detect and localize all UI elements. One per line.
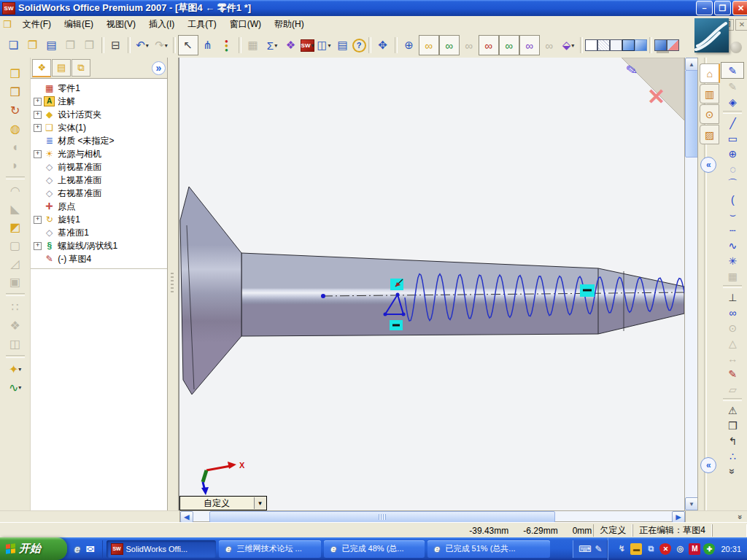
vertical-scrollbar[interactable]: ▲ ▼ [684,58,698,510]
configurationmanager-tab[interactable]: ⧉ [71,59,90,77]
jog-line-icon[interactable]: ↰ [721,433,743,448]
view-iso-icon[interactable]: ∞ [540,36,559,55]
task-download-48[interactable]: e 已完成 48% (总... [324,540,425,558]
restore-button[interactable]: ❐ [714,1,731,15]
tree-item-design-binder[interactable]: + ◆ 设计活页夹 [32,108,166,121]
open-document-icon[interactable]: ❐ [23,36,42,55]
menu-view[interactable]: 视图(V) [100,16,142,33]
pen-input-icon[interactable]: ✎ [595,544,602,554]
keyboard-icon[interactable]: ⌨ [578,544,591,554]
expander-icon[interactable]: + [34,150,42,158]
fillet-icon[interactable]: ◠ [4,182,26,200]
shell-icon[interactable]: ▢ [4,236,26,254]
automatic-relations-icon[interactable]: ⊙ [721,320,743,335]
zoom-to-fit-icon[interactable]: ⊕ [400,36,419,55]
horizontal-scroll-thumb[interactable] [209,511,555,523]
tree-item-right-plane[interactable]: ◇ 右视基准面 [32,187,166,200]
display-shaded-with-edges-icon[interactable] [622,39,635,51]
start-button[interactable]: 开始 [0,537,67,560]
combo-dropdown-icon[interactable]: ▾ [254,497,266,509]
tray-security-icon[interactable]: ✚ [703,543,715,555]
revolved-cut-icon[interactable]: ◍ [4,120,26,138]
shadows-in-shaded-icon[interactable] [654,39,667,51]
close-button[interactable]: ✕ [732,1,747,15]
collapse-pane-icon[interactable]: « [700,457,716,473]
collapse-pane-icon[interactable]: « [700,157,716,173]
solid-box-icon[interactable]: ❒ [721,418,743,433]
three-point-arc-icon[interactable]: ⌣ [721,207,743,222]
redo-icon[interactable]: ↷▾ [152,36,171,55]
tray-antivirus-icon[interactable]: ✕ [659,543,671,555]
sketch-icon[interactable]: ✎ [721,62,744,79]
swept-boss-icon[interactable]: ◖ [4,138,26,156]
minimize-button[interactable]: – [696,1,713,15]
tree-item-part1[interactable]: ▦ 零件1 [32,82,166,95]
extruded-boss-icon[interactable]: ❒ [4,65,26,83]
expander-icon[interactable]: + [34,216,42,224]
horizontal-scrollbar[interactable]: ◀ ▶ [179,510,686,522]
tree-item-solid-bodies[interactable]: + ❑ 实体(1) [32,121,166,134]
scroll-up-icon[interactable]: ▲ [685,58,699,71]
circle-icon[interactable]: ⊕ [721,146,743,161]
propertymanager-tab[interactable]: ▤ [52,59,71,77]
sketch-endpoint[interactable] [321,294,325,298]
toolbar-overflow-icon[interactable]: » [725,461,740,483]
view-orientation-icon[interactable]: ⬙▾ [559,36,578,55]
sketch-angle-icon[interactable]: △ [721,335,743,351]
lofted-boss-icon[interactable]: ◗ [4,156,26,174]
hole-wizard-icon[interactable]: ▣ [4,273,26,291]
section-view-icon[interactable] [667,39,679,51]
make-drawing-icon[interactable]: ❒ [61,36,80,55]
new-document-icon[interactable]: ❏ [4,36,23,55]
cancel-sketch-icon[interactable]: ✕ [647,85,665,109]
scroll-left-icon[interactable]: ◀ [180,511,193,523]
chamfer-icon[interactable]: ◣ [4,200,26,218]
tree-item-annotations[interactable]: + A 注解 [32,95,166,108]
modify-sketch-icon[interactable]: ✎ [721,366,743,381]
design-library-tab[interactable]: ▥ [700,84,719,104]
undo-icon[interactable]: ↶▾ [133,36,152,55]
menu-help[interactable]: 帮助(H) [268,16,311,33]
tray-network-icon[interactable]: ⧉ [645,543,657,555]
tree-item-origin[interactable]: ✛ 原点 [32,200,166,213]
point-icon[interactable]: ✳ [721,253,743,268]
tree-item-front-plane[interactable]: ◇ 前视基准面 [32,160,166,174]
task-solidworks[interactable]: SW SolidWorks Offi... [107,540,216,558]
curves-icon[interactable]: ∿▾ [4,378,26,397]
reference-geometry-icon[interactable]: ✦▾ [4,360,26,378]
display-relations-icon[interactable]: ∞ [721,305,743,320]
child-close-button[interactable]: ✕ [735,19,747,31]
measure-icon[interactable]: Σ▾ [263,36,282,55]
rebuild-traffic-light-icon[interactable]: ● [217,31,236,50]
graphics-viewport[interactable]: ✎ ✕ X Z 自定义 ▾ [179,58,684,510]
sketch-vertex[interactable] [383,313,387,316]
properties-icon[interactable]: ▤ [333,36,352,55]
tree-item-plane1[interactable]: ◇ 基准面1 [32,226,166,239]
sketch-dimension-icon[interactable]: ↔ [721,351,743,366]
perimeter-circle-icon[interactable]: ◌ [721,161,743,176]
display-hidden-lines-visible-icon[interactable] [597,39,610,51]
grid-icon[interactable]: ▦ [244,36,263,55]
no-solve-move-icon[interactable]: ▱ [721,381,743,397]
view-right-icon[interactable]: ∞ [479,35,499,55]
tree-item-sketch4[interactable]: ✎ (-) 草图4 [32,252,166,265]
view-back-icon[interactable]: ∞ [439,35,460,55]
tray-volume-icon[interactable]: ◎ [674,543,686,555]
task-download-51[interactable]: e 已完成 51% (总共... [427,540,550,558]
help-icon[interactable]: ? [352,39,366,52]
spline-icon[interactable]: ∿ [721,238,743,253]
mouse-gesture-icon[interactable]: ✥ [374,36,392,55]
featuremanager-tab[interactable]: ❖ [32,59,51,77]
line-icon[interactable]: ╱ [721,115,743,131]
extruded-cut-icon[interactable]: ❒ [4,83,26,101]
view-top-icon[interactable]: ∞ [499,35,519,55]
appearance-icon[interactable]: ❖ [282,36,301,55]
tray-utility-icon[interactable]: ↯ [616,543,627,555]
toolbar-more-chevron-icon[interactable]: » [736,514,745,518]
rectangle-icon[interactable]: ▭ [721,131,743,146]
file-explorer-tab[interactable]: ⊙ [700,104,719,124]
sketch-vertex[interactable] [395,293,399,297]
centerline-icon[interactable]: ┄ [721,222,743,238]
centerpoint-arc-icon[interactable]: ⌒ [721,176,743,192]
expander-icon[interactable]: + [34,98,42,106]
